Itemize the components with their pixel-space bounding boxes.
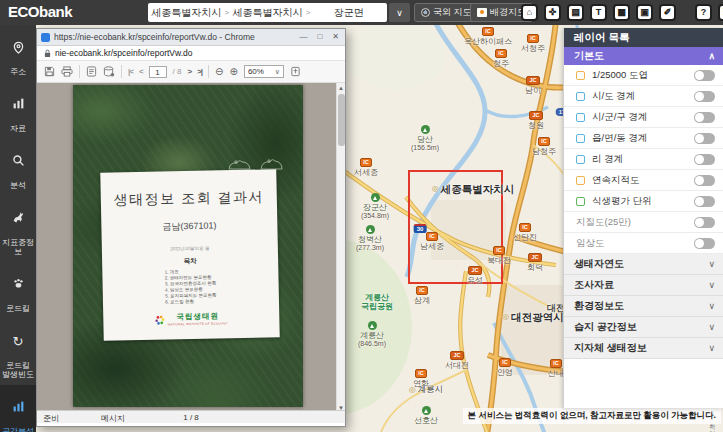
layer-checkbox[interactable] xyxy=(576,176,585,185)
layer-label: 연속지적도 xyxy=(592,174,640,187)
next-page-button[interactable]: > xyxy=(188,67,192,76)
pdf-scrollbar[interactable]: ▲ ▼ xyxy=(336,83,345,413)
map-label: IC 안영 xyxy=(497,358,513,377)
sidebar-item-indicator-species[interactable]: 지표종정보 xyxy=(0,195,36,261)
database-lock-icon[interactable] xyxy=(103,66,115,77)
mountain-icon xyxy=(420,125,429,134)
sidebar-item-analysis[interactable]: 분석 xyxy=(0,139,36,196)
layer-row: 임상도 xyxy=(564,233,723,254)
scroll-up-icon[interactable]: ▲ xyxy=(337,83,345,93)
layers-button[interactable]: ☰ xyxy=(718,4,723,21)
road-badge: IC xyxy=(416,286,428,295)
map-label: JC 남이 xyxy=(525,76,541,95)
map-label: 확인사 xyxy=(707,423,718,432)
pdf-viewer[interactable]: 생태정보 조회 결과서 금남(367101) 2022년10월31일 월 목차 … xyxy=(37,83,345,413)
zoom-out-icon[interactable]: ⊖ xyxy=(215,67,223,77)
elevation-text: (846.5m) xyxy=(358,340,386,348)
layer-section[interactable]: 습지 공간정보 ∨ xyxy=(564,317,723,338)
first-page-button[interactable]: |< xyxy=(128,67,133,76)
map-label-text: 남청주 xyxy=(532,147,556,156)
crop-tool-button[interactable]: ▣ xyxy=(636,4,653,21)
layer-checkbox[interactable] xyxy=(576,134,585,143)
home-extent-button[interactable]: ⌂ xyxy=(521,4,538,21)
map-label: IC 북대전 xyxy=(487,246,511,265)
map-label: JC 서대전 xyxy=(445,351,469,370)
pan-button[interactable]: ✜ xyxy=(544,4,561,21)
layer-checkbox[interactable] xyxy=(576,71,585,80)
layer-toggle[interactable] xyxy=(694,175,715,186)
layer-toggle[interactable] xyxy=(694,217,715,228)
map-label: IC 신탄진 xyxy=(513,223,537,242)
eraser-icon: ✐ xyxy=(664,8,672,17)
layer-toggle[interactable] xyxy=(694,238,715,249)
map-label-text: 서세종 xyxy=(354,168,378,177)
layer-section[interactable]: 조사자료 ∨ xyxy=(564,275,723,296)
page-number-input[interactable]: 1 xyxy=(149,66,167,78)
chevron-down-icon: ∨ xyxy=(708,259,715,269)
report-title: 생태정보 조회 결과서 xyxy=(101,188,277,210)
region-select-eupmyeon[interactable]: 장군면 xyxy=(310,6,387,20)
zoom-level-select[interactable]: 60% ∨ xyxy=(244,65,284,78)
region-select-sido[interactable]: 세종특별자치시 xyxy=(148,6,225,20)
memo-button[interactable]: ▤ xyxy=(567,4,584,21)
memo-list-icon[interactable] xyxy=(86,66,97,77)
layer-section[interactable]: 생태자연도 ∨ xyxy=(564,254,723,275)
sidebar-item-roadkill-frequency[interactable]: ↻ 로드킬 발생빈도 xyxy=(0,319,36,385)
pan-arrows-icon: ✜ xyxy=(549,8,557,17)
layer-group-basemap[interactable]: 기본도 ∧ xyxy=(564,47,723,65)
toc-list: 1. 개요2. 생태자연도 분포현황3. 전국자연환경조사 현황4. 임상도 분… xyxy=(165,268,217,305)
sidebar-item-spatial-report[interactable]: 공간분석 보고서 xyxy=(0,385,36,432)
nie-logo: 국립생태원 NATIONAL INSTITUTE OF ECOLOGY xyxy=(103,311,279,329)
zoom-in-icon[interactable]: ⊕ xyxy=(229,67,237,77)
layer-checkbox[interactable] xyxy=(576,92,585,101)
road-badge: IC xyxy=(415,369,427,378)
layer-section[interactable]: 지자체 생태정보 ∨ xyxy=(564,338,723,359)
sidebar-item-data[interactable]: 자료 xyxy=(0,82,36,139)
layer-row: 1/25000 도엽 xyxy=(564,65,723,86)
minimize-button[interactable]: — xyxy=(299,33,307,41)
save-icon[interactable] xyxy=(44,66,55,77)
layer-toggle[interactable] xyxy=(694,196,715,207)
road-badge: IC xyxy=(426,232,438,241)
nie-logo-dots-icon xyxy=(155,314,166,325)
scrollbar-thumb[interactable] xyxy=(338,94,345,146)
mountain-icon xyxy=(422,406,431,415)
close-button[interactable]: ✕ xyxy=(332,33,339,41)
toolbar-separator xyxy=(79,65,80,78)
map-label-text: 남세종 xyxy=(420,242,444,251)
region-dropdown-button[interactable]: ∨ xyxy=(389,3,410,22)
location-pin-icon xyxy=(1,41,35,56)
report-chart-icon xyxy=(1,400,35,415)
layer-checkbox[interactable] xyxy=(576,197,585,206)
layer-toggle[interactable] xyxy=(694,91,715,102)
road-badge: IC xyxy=(519,223,531,232)
layer-checkbox[interactable] xyxy=(576,113,585,122)
sidebar-item-address[interactable]: 주소 xyxy=(0,25,36,82)
layer-toggle[interactable] xyxy=(694,70,715,81)
qna-button[interactable]: ? xyxy=(695,4,712,21)
sidebar-item-roadkill[interactable]: 로드킬 xyxy=(0,262,36,319)
layer-toggle[interactable] xyxy=(694,154,715,165)
layer-toggle[interactable] xyxy=(694,112,715,123)
layer-section[interactable]: 환경정보도 ∨ xyxy=(564,296,723,317)
popup-titlebar[interactable]: https://nie-ecobank.kr/spceinfo/reportVw… xyxy=(37,29,345,46)
print-icon[interactable] xyxy=(61,66,73,77)
region-select-sigungu[interactable]: 세종특별자치시 xyxy=(229,6,306,20)
map-label-text: 북대전 xyxy=(487,256,511,265)
road-badge: JC xyxy=(468,266,481,275)
last-page-button[interactable]: >| xyxy=(197,67,202,76)
eraser-tool-button[interactable]: ✐ xyxy=(659,4,676,21)
layer-toggle[interactable] xyxy=(694,133,715,144)
map-label: JC 회덕 xyxy=(527,253,543,272)
layer-row: 읍/면/동 경계 xyxy=(564,128,723,149)
url-text[interactable]: nie-ecobank.kr/spceinfo/reportVw.do xyxy=(55,48,193,58)
text-tool-button[interactable]: T xyxy=(590,4,607,21)
maximize-button[interactable]: □ xyxy=(317,33,322,41)
layer-checkbox[interactable] xyxy=(576,155,585,164)
map-label: IC 서청주 xyxy=(521,34,545,53)
road-badge: JC xyxy=(529,111,542,120)
page-layout-icon[interactable] xyxy=(290,66,301,77)
map-label-text: 대전광역시 xyxy=(511,311,564,323)
prev-page-button[interactable]: < xyxy=(139,67,143,76)
chart-tool-button[interactable]: ▦ xyxy=(613,4,630,21)
